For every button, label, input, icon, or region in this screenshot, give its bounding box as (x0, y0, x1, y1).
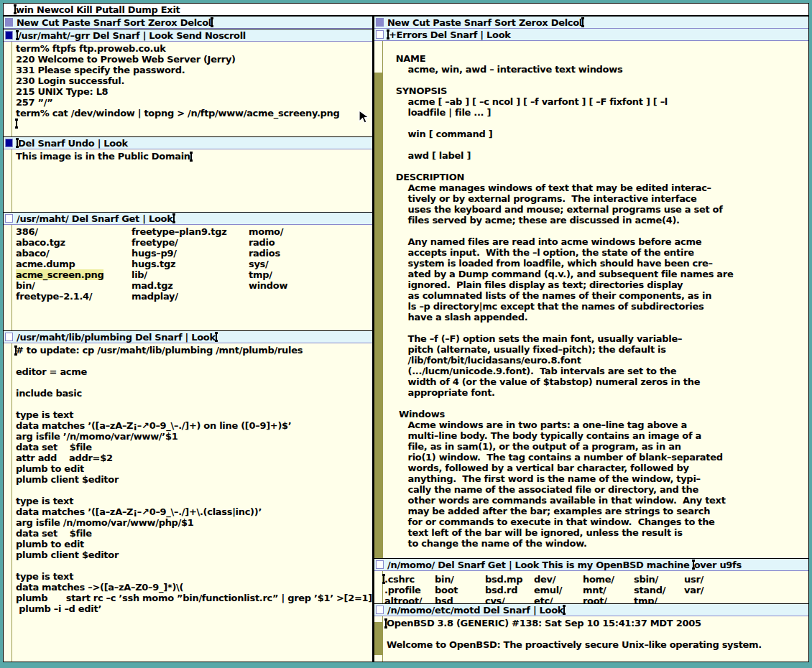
file-entry: mnt/ (583, 585, 634, 595)
window-home-dir-body[interactable]: 386/ abaco.tgz abaco/ acme.dump acme_scr… (4, 225, 372, 330)
clean-box-icon[interactable] (376, 560, 384, 569)
text-caret (17, 139, 18, 147)
column-layout-box-icon[interactable] (376, 18, 384, 27)
dir-column-2: freetype–plan9.tgz freetype/ hugs–p9/ hu… (132, 226, 249, 302)
main-tag-text: win Newcol Kill Putall Dump Exit (16, 4, 180, 15)
acme-screen: win Newcol Kill Putall Dump Exit New Cut… (0, 0, 812, 668)
column-tag-text: New Cut Paste Snarf Sort Zerox Delcol (17, 17, 211, 28)
terminal-output: term% ftpfs ftp.proweb.co.uk 220 Welcome… (12, 42, 372, 119)
file-entry: bsd.mp (485, 574, 534, 585)
text-caret (387, 30, 389, 39)
text-caret (385, 619, 387, 628)
window-plumbing-tag[interactable]: /usr/maht/lib/plumbing Del Snarf | Look (4, 331, 372, 343)
window-note-tag[interactable]: Del Snarf Undo | Look (4, 137, 372, 149)
clean-box-icon[interactable] (5, 214, 13, 223)
main-tag[interactable]: win Newcol Kill Putall Dump Exit (4, 4, 808, 15)
file-entry-selected[interactable]: acme_screen.png (16, 269, 103, 280)
tag-text: /usr/maht/–grr Del Snarf | Look Send Nos… (18, 30, 246, 41)
file-entry: altroot/ (384, 595, 435, 603)
motd-text: OpenBSD 3.8 (GENERIC) #138: Sat Sep 10 1… (383, 616, 808, 650)
window-terminal: /usr/maht/–grr Del Snarf | Look Send Nos… (4, 29, 372, 136)
window-motd-body[interactable]: OpenBSD 3.8 (GENERIC) #138: Sat Sep 10 1… (374, 616, 808, 662)
text-caret (563, 606, 565, 614)
clean-box-icon[interactable] (376, 606, 384, 614)
file-entry-empty (684, 595, 808, 603)
clean-box-icon[interactable] (376, 30, 384, 39)
tag-text: /n/momo/ Del Snarf Get | Look This is my… (387, 560, 693, 570)
column-tag-text: New Cut Paste Snarf Sort Zerox Delcol (387, 17, 582, 28)
tag-text: /usr/maht/ Del Snarf Get | Look (17, 213, 173, 224)
file-entry: boot (435, 585, 485, 595)
man-page-text: NAME acme, win, awd – interactive text w… (383, 41, 808, 549)
file-entry-selected-line: acme_screen.png (16, 269, 132, 280)
text-caret (693, 560, 694, 569)
text-caret (16, 119, 17, 128)
window-errors: +Errors Del Snarf | Look NAME acme, win,… (374, 29, 808, 558)
dirty-box-icon[interactable] (5, 139, 13, 147)
column-right-tag[interactable]: New Cut Paste Snarf Sort Zerox Delcol (374, 17, 808, 29)
file-entries: bin/ freetype–2.1.4/ (16, 280, 132, 302)
window-motd: /n/momo/etc/motd Del Snarf | Look OpenBS… (374, 604, 808, 662)
text-caret (17, 31, 18, 40)
scrollbar-thumb[interactable] (374, 41, 382, 73)
file-entry: dev/ (534, 574, 583, 585)
text-caret (14, 5, 16, 14)
window-note: Del Snarf Undo | Look This image is in t… (4, 137, 372, 212)
scrollbar[interactable] (4, 343, 12, 662)
tag-text: Del Snarf Undo | Look (18, 138, 128, 149)
window-plumbing-body[interactable]: # to update: cp /usr/maht/lib/plumbing /… (4, 343, 372, 662)
window-errors-body[interactable]: NAME acme, win, awd – interactive text w… (374, 41, 808, 558)
dirty-box-icon[interactable] (5, 31, 13, 40)
column-right: New Cut Paste Snarf Sort Zerox Delcol +E… (374, 17, 808, 662)
scrollbar[interactable] (374, 41, 383, 558)
tag-text: /usr/maht/lib/plumbing Del Snarf | Look (17, 332, 216, 343)
text-caret (582, 18, 583, 27)
file-entry: bsd.rd (485, 585, 534, 595)
scrollbar[interactable] (374, 616, 383, 662)
scrollbar-thumb[interactable] (374, 622, 382, 655)
tag-text: /n/momo/etc/motd Del Snarf | Look (387, 605, 563, 616)
window-terminal-tag[interactable]: /usr/maht/–grr Del Snarf | Look Send Nos… (4, 29, 372, 42)
clean-box-icon[interactable] (5, 333, 13, 341)
window-momo-dir-body[interactable]: .cshrc bin/ bsd.mp dev/ home/ sbin/ usr/… (374, 571, 808, 603)
scrollbar[interactable] (4, 42, 12, 136)
window-momo-dir-tag[interactable]: /n/momo/ Del Snarf Get | Look This is my… (374, 559, 808, 571)
file-entry: sbin/ (634, 574, 684, 585)
window-note-body[interactable]: This image is in the Public Domain (4, 149, 372, 212)
text-caret (383, 575, 384, 583)
file-entries: 386/ abaco.tgz abaco/ acme.dump (16, 226, 132, 269)
mouse-cursor-icon (359, 110, 373, 124)
file-entry: tmp/ (634, 595, 684, 603)
column-layout-box-icon[interactable] (5, 18, 13, 27)
window-momo-dir: /n/momo/ Del Snarf Get | Look This is my… (374, 559, 808, 603)
file-entry: usr/ (684, 574, 808, 585)
text-caret (216, 333, 217, 341)
acme-frame: win Newcol Kill Putall Dump Exit New Cut… (3, 3, 809, 662)
window-motd-tag[interactable]: /n/momo/etc/motd Del Snarf | Look (374, 604, 808, 616)
window-plumbing: /usr/maht/lib/plumbing Del Snarf | Look … (4, 331, 372, 662)
file-entry: .cshrc (384, 574, 435, 585)
dir-column-3: momo/ radio radios sys/ tmp/ window (249, 226, 287, 302)
plumbing-rules-text: # to update: cp /usr/maht/lib/plumbing /… (12, 343, 372, 614)
directory-listing: 386/ abaco.tgz abaco/ acme.dump acme_scr… (12, 225, 372, 302)
file-entry: emul/ (534, 585, 583, 595)
file-entry: cvs/ (485, 595, 534, 603)
scrollbar[interactable] (4, 225, 12, 330)
file-entry: .profile (384, 585, 435, 595)
directory-listing: .cshrc bin/ bsd.mp dev/ home/ sbin/ usr/… (383, 571, 808, 603)
file-entry: var/ (684, 585, 808, 595)
window-errors-tag[interactable]: +Errors Del Snarf | Look (374, 29, 808, 41)
file-entry: stand/ (634, 585, 684, 595)
dir-column-1: 386/ abaco.tgz abaco/ acme.dump acme_scr… (16, 226, 132, 302)
file-entry: bin/ (435, 574, 485, 585)
scrollbar[interactable] (4, 149, 12, 212)
window-terminal-body[interactable]: term% ftpfs ftp.proweb.co.uk 220 Welcome… (4, 42, 372, 136)
file-entry: bsd (435, 595, 485, 603)
tag-text: over u9fs (694, 560, 742, 570)
column-left-tag[interactable]: New Cut Paste Snarf Sort Zerox Delcol (4, 17, 372, 29)
text-caret (173, 214, 175, 223)
window-home-dir-tag[interactable]: /usr/maht/ Del Snarf Get | Look (4, 213, 372, 225)
file-entry: etc/ (534, 595, 583, 603)
note-text: This image is in the Public Domain (16, 151, 190, 162)
text-caret (15, 346, 17, 355)
